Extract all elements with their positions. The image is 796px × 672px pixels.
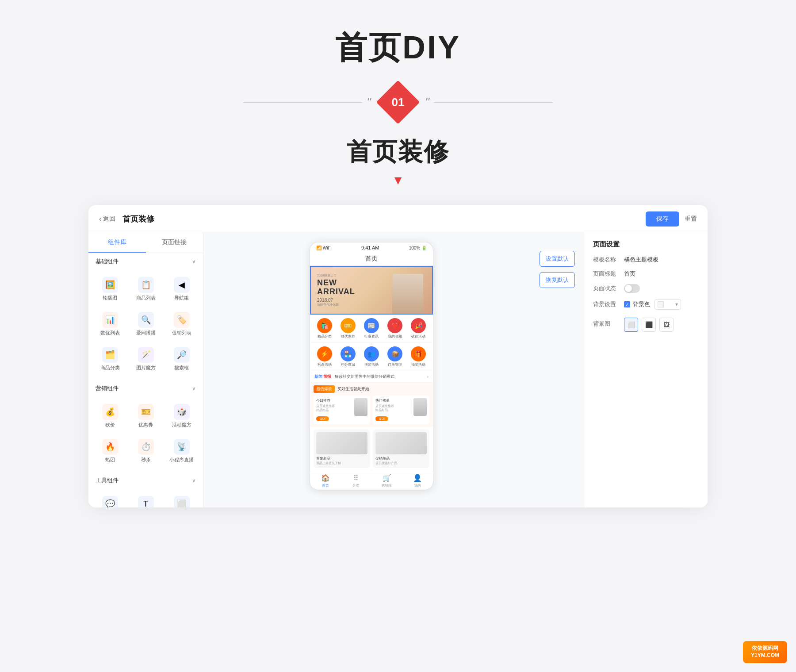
promo-card-2-btn[interactable]: GO! bbox=[375, 416, 388, 421]
promo-badge: 超值爆款 bbox=[314, 385, 335, 393]
basic-section-header[interactable]: 基础组件 ∨ bbox=[88, 253, 203, 270]
settings-title: 页面设置 bbox=[593, 240, 699, 249]
tool-comp-grid: 💬 在线客服 T 标题 ⬜ 辅助空白 — 辅助 bbox=[88, 489, 203, 507]
comp-promo-list[interactable]: 🏷️ 促销列表 bbox=[165, 308, 198, 340]
phone-tab-mine-icon: 👤 bbox=[413, 474, 422, 482]
comp-miniapp-live[interactable]: 📡 小程序直播 bbox=[165, 435, 198, 467]
tab-bar: 组件库 页面链接 bbox=[88, 233, 203, 253]
icon-group[interactable]: 👥 拼团活动 bbox=[360, 346, 382, 367]
icon-lottery[interactable]: 🎁 抽奖活动 bbox=[408, 346, 429, 367]
watermark-line1: 依依源码网 bbox=[751, 645, 779, 652]
comp-bargain[interactable]: 💰 砍价 bbox=[94, 400, 126, 432]
bg-img-opt-1[interactable]: ⬜ bbox=[624, 318, 638, 332]
comp-flash[interactable]: ⏱️ 秒杀 bbox=[130, 435, 162, 467]
icon-group-label: 拼团活动 bbox=[364, 362, 379, 367]
divider-row: " 01 " bbox=[243, 87, 553, 118]
icon-flash-label: 秒杀活动 bbox=[318, 362, 332, 367]
icon-flash[interactable]: ⚡ 秒杀活动 bbox=[314, 346, 335, 367]
editor-title: 首页装修 bbox=[122, 214, 646, 224]
phone-tab-mine[interactable]: 👤 我的 bbox=[402, 474, 433, 488]
editor-container: ‹ 返回 首页装修 保存 重置 组件库 页面链接 基础组件 ∨ bbox=[88, 205, 708, 507]
comp-search[interactable]: 🔎 搜索框 bbox=[165, 343, 198, 375]
bg-img-opt-2[interactable]: ⬛ bbox=[642, 318, 656, 332]
tab-components[interactable]: 组件库 bbox=[88, 233, 146, 253]
flash-label: 秒杀 bbox=[141, 457, 151, 463]
phone-tab-cart[interactable]: 🛒 购物车 bbox=[371, 474, 402, 488]
phone-bottom-bar: 🏠 首页 ⠿ 分类 🛒 购物车 bbox=[310, 471, 433, 490]
comp-broadcast[interactable]: 🔍 爱问播播 bbox=[130, 308, 162, 340]
comp-score-list[interactable]: 📊 数优列表 bbox=[94, 308, 126, 340]
phone-signal: 📶 WiFi bbox=[316, 246, 332, 250]
tool-section-header[interactable]: 工具组件 ∨ bbox=[88, 472, 203, 489]
icon-coupon-label: 领优惠券 bbox=[341, 334, 355, 339]
watermark: 依依源码网 Y1YM.COM bbox=[743, 641, 787, 663]
badge-number: 01 bbox=[392, 95, 405, 109]
right-panel: 页面设置 模板名称 橘色主题模板 页面标题 首页 页面状态 bbox=[584, 233, 708, 507]
comp-magic[interactable]: 🪄 图片魔方 bbox=[130, 343, 162, 375]
phone-news-banner: 新闻 简报 解读社交新零售中的微信分销模式 › bbox=[310, 371, 433, 383]
settings-row-pagetitle: 页面标题 首页 bbox=[593, 270, 699, 278]
bg-img-opt-3[interactable]: 🖼 bbox=[659, 318, 674, 332]
restore-default-button[interactable]: 恢复默认 bbox=[540, 272, 575, 288]
broadcast-label: 爱问播播 bbox=[136, 330, 156, 336]
reset-button[interactable]: 重置 bbox=[685, 215, 697, 223]
marketing-section-header[interactable]: 营销组件 ∨ bbox=[88, 380, 203, 397]
news-tag: 新闻 简报 bbox=[314, 374, 331, 380]
comp-title[interactable]: T 标题 bbox=[130, 492, 162, 507]
product-list-label: 商品列表 bbox=[136, 295, 156, 301]
tab-pages[interactable]: 页面链接 bbox=[146, 233, 203, 253]
comp-group[interactable]: 🔥 热团 bbox=[94, 435, 126, 467]
comp-nav[interactable]: ◀ 导航组 bbox=[165, 273, 198, 305]
icon-favorite-label: 我的收藏 bbox=[388, 334, 402, 339]
product-card-promo-img bbox=[375, 432, 427, 454]
back-button[interactable]: ‹ 返回 bbox=[99, 215, 115, 223]
score-list-icon: 📊 bbox=[102, 312, 118, 328]
product-card-new[interactable]: 首发新品 新品上架首先了解 bbox=[314, 430, 370, 468]
icon-category[interactable]: 🛍️ 商品分类 bbox=[314, 318, 335, 339]
banner-title: NEWARRIVAL bbox=[317, 279, 355, 296]
template-value: 橘色主题模板 bbox=[624, 256, 658, 264]
basic-components-section: 基础组件 ∨ 🖼️ 轮播图 📋 商品列表 ◀ bbox=[88, 253, 203, 380]
phone-tab-cart-label: 购物车 bbox=[382, 483, 392, 488]
phone-tab-mine-label: 我的 bbox=[414, 483, 421, 488]
title-comp-icon: T bbox=[138, 496, 154, 507]
phone-tab-home[interactable]: 🏠 首页 bbox=[310, 474, 341, 488]
bg-checkbox[interactable]: ✓ bbox=[624, 301, 630, 307]
main-title: 首页DIY bbox=[335, 27, 461, 69]
news-arrow-icon: › bbox=[427, 374, 429, 379]
icon-news[interactable]: 📰 行业资讯 bbox=[360, 318, 382, 339]
comp-category[interactable]: 🗂️ 商品分类 bbox=[94, 343, 126, 375]
promo-card-1-btn[interactable]: GO! bbox=[316, 416, 329, 421]
bg-color-preview[interactable]: ▾ bbox=[654, 299, 681, 310]
icon-coupon-circle: 🎫 bbox=[341, 318, 356, 333]
flash-icon: ⏱️ bbox=[138, 439, 154, 455]
icon-category-label: 商品分类 bbox=[318, 334, 332, 339]
phone-icon-grid-2: ⚡ 秒杀活动 🏪 积分商城 👥 拼团活动 bbox=[310, 342, 433, 371]
icon-favorite[interactable]: ❤️ 我的收藏 bbox=[384, 318, 406, 339]
nav-icon: ◀ bbox=[174, 277, 190, 293]
comp-blank[interactable]: ⬜ 辅助空白 bbox=[165, 492, 198, 507]
icon-orders-label: 订单管理 bbox=[388, 362, 402, 367]
icon-favorite-circle: ❤️ bbox=[387, 318, 402, 333]
broadcast-icon: 🔍 bbox=[138, 312, 154, 328]
comp-carousel[interactable]: 🖼️ 轮播图 bbox=[94, 273, 126, 305]
banner-product-img bbox=[392, 274, 423, 314]
icon-coupon[interactable]: 🎫 领优惠券 bbox=[337, 318, 359, 339]
comp-product-list[interactable]: 📋 商品列表 bbox=[130, 273, 162, 305]
comp-activity-magic[interactable]: 🎲 活动魔方 bbox=[165, 400, 198, 432]
icon-points[interactable]: 🏪 积分商城 bbox=[337, 346, 359, 367]
settings-row-bgimg: 背景图 ⬜ ⬛ 🖼 bbox=[593, 316, 699, 332]
phone-tab-category[interactable]: ⠿ 分类 bbox=[341, 474, 372, 488]
status-toggle[interactable] bbox=[624, 284, 640, 293]
section-arrow-icon: ▼ bbox=[392, 173, 404, 188]
product-card-promo[interactable]: 促销单品 店员优选好产品 bbox=[373, 430, 429, 468]
set-default-button[interactable]: 设置默认 bbox=[540, 251, 575, 267]
icon-activity[interactable]: 🎉 砍价活动 bbox=[408, 318, 429, 339]
comp-coupon[interactable]: 🎫 优惠券 bbox=[130, 400, 162, 432]
icon-orders[interactable]: 📦 订单管理 bbox=[384, 346, 406, 367]
icon-points-circle: 🏪 bbox=[341, 346, 356, 361]
phone-product-section: 首发新品 新品上架首先了解 促销单品 店员优选好产品 bbox=[310, 427, 433, 471]
save-button[interactable]: 保存 bbox=[646, 211, 679, 227]
bg-image-options: ⬜ ⬛ 🖼 bbox=[624, 318, 674, 332]
comp-customer-service[interactable]: 💬 在线客服 bbox=[94, 492, 126, 507]
